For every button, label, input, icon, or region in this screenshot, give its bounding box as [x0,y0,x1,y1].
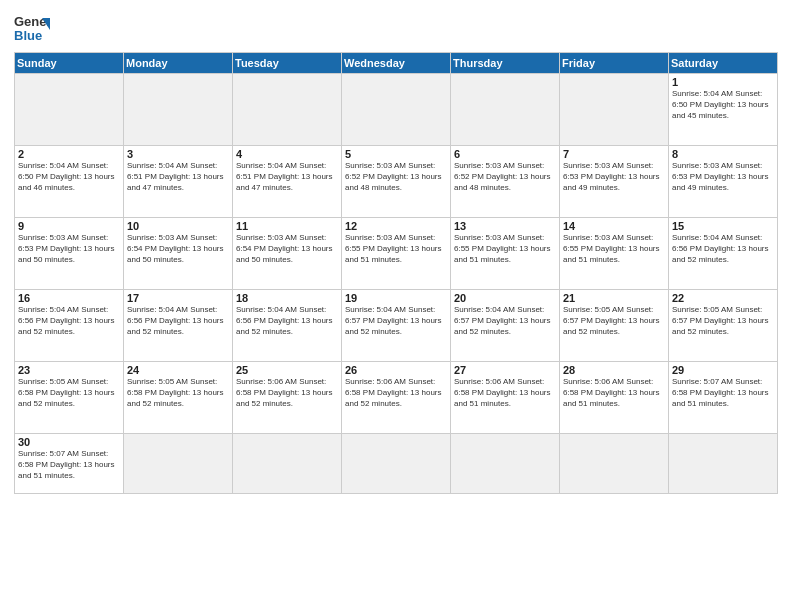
day-number: 20 [454,292,556,304]
calendar-cell: 27Sunrise: 5:06 AM Sunset: 6:58 PM Dayli… [451,362,560,434]
weekday-header-wednesday: Wednesday [342,53,451,74]
calendar-cell: 13Sunrise: 5:03 AM Sunset: 6:55 PM Dayli… [451,218,560,290]
calendar-cell: 8Sunrise: 5:03 AM Sunset: 6:53 PM Daylig… [669,146,778,218]
weekday-header-row: SundayMondayTuesdayWednesdayThursdayFrid… [15,53,778,74]
day-info: Sunrise: 5:06 AM Sunset: 6:58 PM Dayligh… [454,377,556,409]
day-info: Sunrise: 5:03 AM Sunset: 6:55 PM Dayligh… [563,233,665,265]
day-info: Sunrise: 5:04 AM Sunset: 6:56 PM Dayligh… [672,233,774,265]
day-info: Sunrise: 5:05 AM Sunset: 6:58 PM Dayligh… [127,377,229,409]
calendar-cell: 16Sunrise: 5:04 AM Sunset: 6:56 PM Dayli… [15,290,124,362]
calendar: SundayMondayTuesdayWednesdayThursdayFrid… [14,52,778,494]
day-info: Sunrise: 5:04 AM Sunset: 6:56 PM Dayligh… [127,305,229,337]
calendar-cell: 7Sunrise: 5:03 AM Sunset: 6:53 PM Daylig… [560,146,669,218]
day-info: Sunrise: 5:04 AM Sunset: 6:56 PM Dayligh… [236,305,338,337]
day-info: Sunrise: 5:05 AM Sunset: 6:57 PM Dayligh… [563,305,665,337]
day-info: Sunrise: 5:03 AM Sunset: 6:54 PM Dayligh… [236,233,338,265]
calendar-cell: 12Sunrise: 5:03 AM Sunset: 6:55 PM Dayli… [342,218,451,290]
day-info: Sunrise: 5:03 AM Sunset: 6:54 PM Dayligh… [127,233,229,265]
calendar-cell [233,74,342,146]
calendar-cell: 6Sunrise: 5:03 AM Sunset: 6:52 PM Daylig… [451,146,560,218]
day-number: 24 [127,364,229,376]
calendar-cell: 22Sunrise: 5:05 AM Sunset: 6:57 PM Dayli… [669,290,778,362]
day-info: Sunrise: 5:06 AM Sunset: 6:58 PM Dayligh… [236,377,338,409]
day-number: 8 [672,148,774,160]
week-row-4: 23Sunrise: 5:05 AM Sunset: 6:58 PM Dayli… [15,362,778,434]
day-number: 7 [563,148,665,160]
week-row-3: 16Sunrise: 5:04 AM Sunset: 6:56 PM Dayli… [15,290,778,362]
calendar-cell: 26Sunrise: 5:06 AM Sunset: 6:58 PM Dayli… [342,362,451,434]
calendar-cell: 29Sunrise: 5:07 AM Sunset: 6:58 PM Dayli… [669,362,778,434]
calendar-cell: 4Sunrise: 5:04 AM Sunset: 6:51 PM Daylig… [233,146,342,218]
calendar-cell: 15Sunrise: 5:04 AM Sunset: 6:56 PM Dayli… [669,218,778,290]
day-info: Sunrise: 5:06 AM Sunset: 6:58 PM Dayligh… [563,377,665,409]
day-number: 3 [127,148,229,160]
day-number: 26 [345,364,447,376]
svg-text:Blue: Blue [14,28,42,43]
week-row-0: 1Sunrise: 5:04 AM Sunset: 6:50 PM Daylig… [15,74,778,146]
day-number: 21 [563,292,665,304]
calendar-cell: 18Sunrise: 5:04 AM Sunset: 6:56 PM Dayli… [233,290,342,362]
day-info: Sunrise: 5:06 AM Sunset: 6:58 PM Dayligh… [345,377,447,409]
calendar-cell: 28Sunrise: 5:06 AM Sunset: 6:58 PM Dayli… [560,362,669,434]
calendar-cell [669,434,778,494]
day-number: 9 [18,220,120,232]
weekday-header-monday: Monday [124,53,233,74]
day-number: 5 [345,148,447,160]
day-number: 11 [236,220,338,232]
calendar-cell: 20Sunrise: 5:04 AM Sunset: 6:57 PM Dayli… [451,290,560,362]
day-number: 16 [18,292,120,304]
calendar-cell: 3Sunrise: 5:04 AM Sunset: 6:51 PM Daylig… [124,146,233,218]
day-number: 1 [672,76,774,88]
calendar-cell [560,74,669,146]
day-info: Sunrise: 5:05 AM Sunset: 6:57 PM Dayligh… [672,305,774,337]
calendar-cell: 19Sunrise: 5:04 AM Sunset: 6:57 PM Dayli… [342,290,451,362]
day-info: Sunrise: 5:04 AM Sunset: 6:51 PM Dayligh… [236,161,338,193]
calendar-cell: 9Sunrise: 5:03 AM Sunset: 6:53 PM Daylig… [15,218,124,290]
logo-icon: General Blue [14,10,50,46]
header: General Blue [14,10,778,46]
calendar-cell: 10Sunrise: 5:03 AM Sunset: 6:54 PM Dayli… [124,218,233,290]
day-info: Sunrise: 5:04 AM Sunset: 6:50 PM Dayligh… [18,161,120,193]
weekday-header-tuesday: Tuesday [233,53,342,74]
weekday-header-friday: Friday [560,53,669,74]
day-number: 12 [345,220,447,232]
day-number: 25 [236,364,338,376]
day-number: 29 [672,364,774,376]
calendar-cell [124,74,233,146]
day-number: 18 [236,292,338,304]
week-row-2: 9Sunrise: 5:03 AM Sunset: 6:53 PM Daylig… [15,218,778,290]
day-number: 10 [127,220,229,232]
calendar-cell [342,434,451,494]
day-info: Sunrise: 5:04 AM Sunset: 6:57 PM Dayligh… [345,305,447,337]
calendar-cell: 2Sunrise: 5:04 AM Sunset: 6:50 PM Daylig… [15,146,124,218]
calendar-cell: 5Sunrise: 5:03 AM Sunset: 6:52 PM Daylig… [342,146,451,218]
day-number: 23 [18,364,120,376]
day-info: Sunrise: 5:03 AM Sunset: 6:53 PM Dayligh… [18,233,120,265]
page: General Blue SundayMondayTuesdayWednesda… [0,0,792,612]
weekday-header-thursday: Thursday [451,53,560,74]
calendar-cell [560,434,669,494]
day-info: Sunrise: 5:03 AM Sunset: 6:53 PM Dayligh… [563,161,665,193]
calendar-cell [451,74,560,146]
weekday-header-sunday: Sunday [15,53,124,74]
day-info: Sunrise: 5:03 AM Sunset: 6:52 PM Dayligh… [454,161,556,193]
calendar-cell: 23Sunrise: 5:05 AM Sunset: 6:58 PM Dayli… [15,362,124,434]
day-info: Sunrise: 5:07 AM Sunset: 6:58 PM Dayligh… [18,449,120,481]
day-number: 6 [454,148,556,160]
calendar-cell [124,434,233,494]
day-number: 15 [672,220,774,232]
day-info: Sunrise: 5:07 AM Sunset: 6:58 PM Dayligh… [672,377,774,409]
calendar-cell: 11Sunrise: 5:03 AM Sunset: 6:54 PM Dayli… [233,218,342,290]
day-number: 2 [18,148,120,160]
day-info: Sunrise: 5:03 AM Sunset: 6:55 PM Dayligh… [345,233,447,265]
logo: General Blue [14,10,54,46]
day-number: 13 [454,220,556,232]
day-info: Sunrise: 5:03 AM Sunset: 6:52 PM Dayligh… [345,161,447,193]
day-info: Sunrise: 5:03 AM Sunset: 6:53 PM Dayligh… [672,161,774,193]
calendar-cell: 25Sunrise: 5:06 AM Sunset: 6:58 PM Dayli… [233,362,342,434]
calendar-cell [233,434,342,494]
calendar-cell: 24Sunrise: 5:05 AM Sunset: 6:58 PM Dayli… [124,362,233,434]
day-info: Sunrise: 5:04 AM Sunset: 6:57 PM Dayligh… [454,305,556,337]
day-number: 28 [563,364,665,376]
calendar-cell: 1Sunrise: 5:04 AM Sunset: 6:50 PM Daylig… [669,74,778,146]
